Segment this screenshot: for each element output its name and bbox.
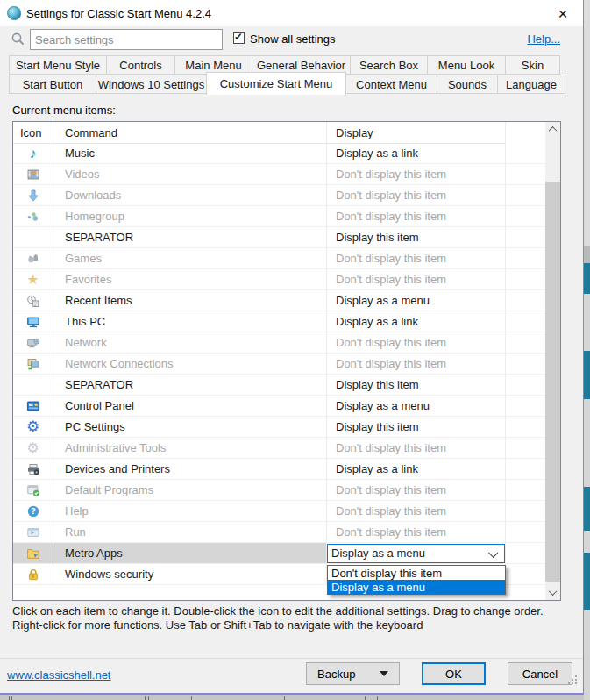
display-cell[interactable]: Don't display this item: [327, 522, 506, 542]
table-row-control-panel[interactable]: Control PanelDisplay as a menu: [13, 396, 545, 417]
table-row-default-programs[interactable]: Default ProgramsDon't display this item: [13, 480, 545, 501]
icon-cell[interactable]: [13, 311, 53, 332]
display-cell[interactable]: Display this item: [327, 417, 506, 437]
command-cell[interactable]: Downloads: [53, 185, 327, 205]
icon-cell[interactable]: [13, 354, 53, 374]
display-cell[interactable]: Display as a link: [327, 459, 506, 479]
display-cell[interactable]: Display as a link: [327, 311, 506, 332]
display-cell[interactable]: Display as a menu: [327, 290, 506, 311]
icon-cell[interactable]: [13, 332, 53, 353]
display-cell[interactable]: Don't display this item: [327, 480, 506, 500]
command-cell[interactable]: Control Panel: [53, 396, 327, 416]
display-cell[interactable]: Don't display this item: [327, 164, 506, 184]
table-row-favorites[interactable]: ★FavoritesDon't display this item: [13, 269, 545, 290]
display-cell[interactable]: Display as a menu: [327, 396, 506, 416]
table-row-network[interactable]: NetworkDon't display this item: [13, 332, 545, 354]
tab-menu-look[interactable]: Menu Look: [427, 55, 506, 75]
table-row-downloads[interactable]: DownloadsDon't display this item: [13, 185, 545, 206]
display-cell[interactable]: Display as a menu: [327, 543, 506, 563]
tab-windows-10-settings[interactable]: Windows 10 Settings: [96, 75, 207, 94]
table-row-network-connections[interactable]: Network ConnectionsDon't display this it…: [13, 354, 545, 375]
icon-cell[interactable]: [13, 164, 53, 184]
table-row-separator[interactable]: SEPARATORDisplay this item: [13, 227, 545, 248]
icon-cell[interactable]: [13, 543, 53, 563]
command-cell[interactable]: This PC: [53, 311, 327, 332]
icon-cell[interactable]: [13, 396, 53, 416]
tab-context-menu[interactable]: Context Menu: [345, 75, 437, 94]
icon-cell[interactable]: [13, 185, 53, 205]
table-row-music[interactable]: ♪MusicDisplay as a link: [13, 143, 545, 164]
classicshell-link[interactable]: www.classicshell.net: [7, 668, 111, 682]
resize-grip[interactable]: [567, 675, 578, 686]
tab-skin[interactable]: Skin: [505, 55, 560, 75]
search-input[interactable]: [30, 29, 223, 50]
command-cell[interactable]: Games: [53, 248, 327, 268]
table-row-recent-items[interactable]: Recent ItemsDisplay as a menu: [13, 290, 545, 311]
dropdown-option-display-as-a-menu[interactable]: Display as a menu: [328, 580, 505, 594]
table-row-pc-settings[interactable]: ⚙PC SettingsDisplay this item: [13, 417, 545, 438]
display-cell[interactable]: Don't display this item: [327, 332, 506, 353]
cancel-button[interactable]: Cancel: [508, 662, 572, 685]
command-cell[interactable]: Help: [53, 501, 327, 521]
table-row-homegroup[interactable]: HomegroupDon't display this item: [13, 206, 545, 227]
display-cell[interactable]: Don't display this item: [327, 248, 506, 268]
tab-customize-start-menu[interactable]: Customize Start Menu: [206, 72, 346, 95]
table-row-devices-and-printers[interactable]: Devices and PrintersDisplay as a link: [13, 459, 545, 480]
ok-button[interactable]: OK: [422, 662, 486, 685]
tab-start-button[interactable]: Start Button: [9, 75, 96, 94]
tab-search-box[interactable]: Search Box: [350, 55, 428, 75]
command-cell[interactable]: Network Connections: [53, 354, 327, 374]
backup-button[interactable]: Backup: [306, 662, 400, 685]
command-cell[interactable]: Default Programs: [53, 480, 327, 500]
table-row-this-pc[interactable]: This PCDisplay as a link: [13, 311, 545, 332]
icon-cell[interactable]: ♪: [13, 143, 53, 163]
command-cell[interactable]: Recent Items: [53, 290, 327, 311]
scrollbar-thumb[interactable]: [545, 182, 560, 582]
help-link[interactable]: Help...: [527, 32, 560, 46]
display-cell[interactable]: Don't display this item: [327, 185, 506, 205]
display-cell[interactable]: Don't display this item: [327, 206, 506, 226]
command-cell[interactable]: Devices and Printers: [53, 459, 327, 479]
display-cell[interactable]: Don't display this item: [327, 501, 506, 521]
command-cell[interactable]: SEPARATOR: [53, 227, 327, 247]
display-cell[interactable]: Don't display this item: [327, 438, 506, 458]
tab-sounds[interactable]: Sounds: [437, 75, 498, 94]
table-scrollbar[interactable]: [545, 122, 560, 600]
icon-cell[interactable]: ?: [13, 501, 53, 521]
display-cell[interactable]: Display this item: [327, 375, 506, 395]
icon-cell[interactable]: ⚙: [13, 438, 53, 458]
icon-cell[interactable]: ★: [13, 269, 53, 289]
command-cell[interactable]: Windows security: [53, 564, 327, 584]
command-cell[interactable]: SEPARATOR: [53, 375, 327, 395]
table-row-metro-apps[interactable]: Metro AppsDisplay as a menu: [13, 543, 545, 564]
dropdown-option-don-t-display-this-item[interactable]: Don't display this item: [328, 566, 505, 580]
table-row-videos[interactable]: VideosDon't display this item: [13, 164, 545, 185]
tab-controls[interactable]: Controls: [106, 55, 175, 75]
table-row-separator[interactable]: SEPARATORDisplay this item: [13, 375, 545, 396]
command-cell[interactable]: Videos: [53, 164, 327, 184]
command-cell[interactable]: Favorites: [53, 269, 327, 289]
display-combobox[interactable]: Display as a menu: [327, 544, 505, 563]
icon-cell[interactable]: [13, 375, 53, 395]
icon-cell[interactable]: [13, 248, 53, 268]
icon-cell[interactable]: [13, 459, 53, 479]
scroll-down-icon[interactable]: [545, 585, 560, 600]
command-cell[interactable]: Administrative Tools: [53, 438, 327, 458]
table-row-help[interactable]: ?HelpDon't display this item: [13, 501, 545, 522]
tab-start-menu-style[interactable]: Start Menu Style: [9, 55, 107, 75]
icon-cell[interactable]: [13, 290, 53, 311]
show-all-settings-checkbox[interactable]: [233, 32, 245, 44]
scroll-up-icon[interactable]: [545, 122, 560, 137]
icon-cell[interactable]: [13, 227, 53, 247]
icon-cell[interactable]: [13, 480, 53, 500]
icon-cell[interactable]: [13, 206, 53, 226]
display-cell[interactable]: Don't display this item: [327, 354, 506, 374]
display-cell[interactable]: Don't display this item: [327, 269, 506, 289]
table-row-run[interactable]: RunDon't display this item: [13, 522, 545, 543]
table-row-administrative-tools[interactable]: ⚙Administrative ToolsDon't display this …: [13, 438, 545, 459]
command-cell[interactable]: Metro Apps: [53, 543, 327, 563]
icon-cell[interactable]: [13, 564, 53, 584]
command-cell[interactable]: Run: [53, 522, 327, 542]
command-cell[interactable]: Music: [53, 143, 327, 163]
display-cell[interactable]: Display as a link: [327, 143, 506, 163]
